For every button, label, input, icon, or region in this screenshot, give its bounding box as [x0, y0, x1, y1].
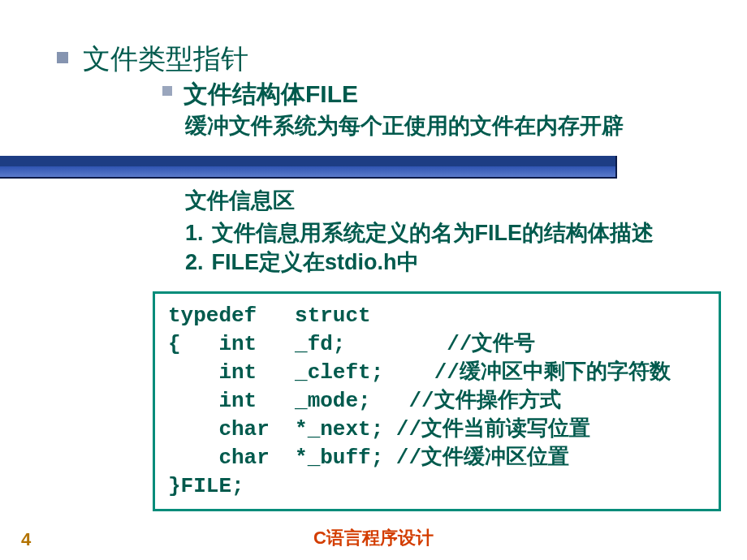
decorative-band — [0, 156, 617, 179]
list-text: FILE定义在stdio.h中 — [212, 248, 419, 277]
code-line: typedef struct — [168, 302, 706, 330]
code-line: }FILE; — [168, 472, 706, 501]
bullet-icon — [57, 52, 68, 63]
code-block: typedef struct { int _fd; //文件号 int _cle… — [153, 291, 721, 512]
sub-heading: 文件结构体FILE — [184, 78, 358, 110]
list-text: 文件信息用系统定义的名为FILE的结构体描述 — [212, 218, 654, 248]
list-number: 2. — [185, 250, 204, 275]
code-line: int _cleft; //缓冲区中剩下的字符数 — [168, 359, 706, 387]
footer-title: C语言程序设计 — [0, 526, 747, 550]
code-line: char *_buff; //文件缓冲区位置 — [168, 444, 706, 472]
code-line: int _mode; //文件操作方式 — [168, 387, 706, 416]
heading-row: 文件类型指针 — [57, 41, 690, 78]
code-line: char *_next; //文件当前读写位置 — [168, 416, 706, 444]
ordered-item-2: 2. FILE定义在stdio.h中 — [185, 248, 690, 277]
ordered-item-1: 1. 文件信息用系统定义的名为FILE的结构体描述 — [185, 218, 690, 248]
main-heading: 文件类型指针 — [83, 41, 248, 78]
paragraph-line-2: 文件信息区 — [185, 184, 690, 218]
paragraph-block: 缓冲文件系统为每个正使用的文件在内存开辟 文件信息区 1. 文件信息用系统定义的… — [57, 110, 690, 277]
bullet-icon — [162, 86, 172, 96]
list-number: 1. — [185, 221, 204, 246]
footer: 4 C语言程序设计 — [0, 526, 747, 550]
sub-heading-row: 文件结构体FILE — [57, 78, 690, 110]
page-number: 4 — [21, 529, 31, 550]
paragraph-line-1: 缓冲文件系统为每个正使用的文件在内存开辟 — [185, 110, 690, 144]
slide: 文件类型指针 文件结构体FILE 缓冲文件系统为每个正使用的文件在内存开辟 文件… — [0, 0, 747, 560]
code-line: { int _fd; //文件号 — [168, 330, 706, 359]
